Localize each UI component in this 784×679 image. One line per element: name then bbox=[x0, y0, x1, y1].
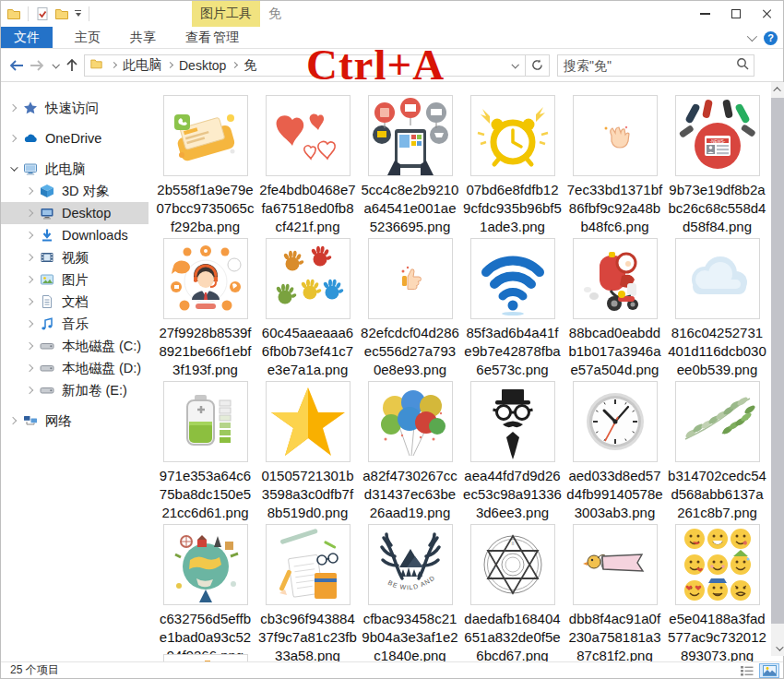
file-item[interactable]: 27f9928b8539f8921be66f1ebf3f193f.png bbox=[154, 238, 256, 381]
collapse-chevron-icon[interactable] bbox=[10, 163, 18, 171]
expand-chevron-icon[interactable] bbox=[9, 104, 17, 112]
hexagram-thumbnail[interactable]: II** bbox=[470, 524, 555, 605]
refresh-button[interactable] bbox=[525, 55, 549, 76]
file-item[interactable]: dbb8f4ac91a0f230a758181a387c81f2.png bbox=[564, 524, 666, 663]
banner-bird-thumbnail[interactable] bbox=[573, 524, 658, 605]
file-item[interactable]: 7ec33bd1371bf86fbf9c92a48bb48fc6.png bbox=[564, 95, 666, 238]
tab-0[interactable]: 主页 bbox=[60, 27, 115, 48]
vertical-scrollbar[interactable] bbox=[771, 82, 784, 656]
file-item[interactable]: 60c45aaeaaa66fb0b73ef41c7e3e7a1a.png bbox=[256, 238, 359, 381]
hipster-thumbnail[interactable] bbox=[470, 381, 555, 462]
maximize-button[interactable] bbox=[720, 1, 752, 27]
back-button[interactable] bbox=[8, 59, 25, 72]
file-item[interactable]: 816c04252731401d116dcb030ee0b539.png bbox=[666, 238, 768, 381]
tablet-hands-thumbnail[interactable] bbox=[368, 95, 453, 176]
customer-service-thumbnail[interactable] bbox=[163, 238, 248, 319]
breadcrumb-item-0[interactable]: 此电脑 bbox=[120, 57, 164, 74]
file-item[interactable]: aed033d8ed57d4fb99140578e3003ab3.png bbox=[564, 381, 666, 524]
news-mics-thumbnail[interactable]: -NEWS- bbox=[675, 95, 760, 176]
sidebar-item-drive-11[interactable]: 本地磁盘 (D:) bbox=[1, 357, 148, 379]
sidebar-item-quick-access-star[interactable]: 快速访问 bbox=[1, 97, 148, 119]
file-item[interactable]: 5cc4c8e2b9210a64541e001ae5236695.png bbox=[359, 95, 461, 238]
tab-file[interactable]: 文件 bbox=[1, 27, 53, 48]
sidebar-item-onedrive-cloud[interactable]: OneDrive bbox=[1, 127, 148, 149]
sidebar-item-network[interactable]: 网络 bbox=[1, 410, 148, 432]
sidebar-item-desktop-monitor[interactable]: Desktop bbox=[1, 202, 148, 224]
expand-chevron-icon[interactable] bbox=[26, 276, 33, 283]
wall-clock-thumbnail[interactable] bbox=[573, 381, 658, 462]
expand-ribbon-icon[interactable] bbox=[747, 31, 757, 42]
file-item[interactable]: aea44fd7d9d26ec53c98a913363d6ee3.png bbox=[461, 381, 564, 524]
breadcrumb-item-2[interactable]: 免 bbox=[241, 57, 259, 74]
file-item[interactable]: a82f4730267ccd31437ec63be26aad19.png bbox=[359, 381, 461, 524]
thumbs-up-thumbnail[interactable] bbox=[368, 238, 453, 319]
gold-star-thumbnail[interactable] bbox=[266, 381, 350, 462]
expand-chevron-icon[interactable] bbox=[26, 364, 33, 372]
recent-locations-icon[interactable] bbox=[52, 61, 59, 68]
expand-chevron-icon[interactable] bbox=[26, 387, 33, 394]
file-item[interactable]: b314702cedc54d568abb6137a261c8b7.png bbox=[666, 381, 768, 524]
cloud-thumbnail[interactable] bbox=[675, 238, 760, 319]
phone-illustration-thumbnail[interactable] bbox=[163, 95, 248, 176]
balloons-thumbnail[interactable] bbox=[368, 381, 453, 462]
hearts-thumbnail[interactable] bbox=[266, 95, 350, 176]
search-input[interactable] bbox=[558, 58, 736, 73]
wifi-thumbnail[interactable] bbox=[470, 238, 555, 319]
sidebar-item-documents[interactable]: 文档 bbox=[1, 291, 148, 313]
forward-button[interactable] bbox=[29, 59, 45, 72]
sidebar-item-pictures[interactable]: 图片 bbox=[1, 268, 148, 291]
file-item[interactable]: 2b558f1a9e79e07bcc9735065cf292ba.png bbox=[154, 95, 256, 238]
new-folder-icon[interactable] bbox=[54, 6, 69, 21]
sidebar-item-videos[interactable]: 视频 bbox=[1, 246, 148, 268]
emoji-grid-thumbnail[interactable] bbox=[675, 524, 760, 605]
expand-chevron-icon[interactable] bbox=[26, 298, 33, 305]
breadcrumb-item-1[interactable]: Desktop bbox=[176, 58, 229, 73]
file-item[interactable]: 82efcdcf04d286ec556d27a7930e8e93.png bbox=[359, 238, 461, 381]
scooter-rider-thumbnail[interactable] bbox=[573, 238, 658, 319]
file-item[interactable]: -NEWS-9b73e19df8b2abc26c68c558d4d58f84.p… bbox=[666, 95, 768, 238]
search-icon[interactable] bbox=[736, 57, 749, 74]
thumbnails-view-button[interactable] bbox=[759, 663, 779, 678]
sidebar-item-this-pc[interactable]: 此电脑 bbox=[1, 158, 148, 180]
properties-check-icon[interactable] bbox=[35, 6, 50, 21]
handprints-thumbnail[interactable] bbox=[266, 238, 350, 319]
file-item[interactable]: cb3c96f94388437f9c7a81c23fb33a58.png bbox=[256, 524, 359, 663]
waving-hand-thumbnail[interactable] bbox=[573, 95, 658, 176]
file-item[interactable]: II**daedafb168404651a832de0f5e6bcd67.png bbox=[461, 524, 564, 663]
expand-chevron-icon[interactable] bbox=[26, 209, 33, 217]
help-icon[interactable]: ? bbox=[764, 31, 778, 45]
file-item[interactable]: 88bcad0eabddb1b017a3946ae57a504d.png bbox=[564, 238, 666, 381]
sidebar-item-drive-12[interactable]: 新加卷 (E:) bbox=[1, 379, 148, 401]
expand-chevron-icon[interactable] bbox=[9, 135, 17, 142]
search-box[interactable] bbox=[557, 54, 754, 77]
scroll-down-icon[interactable] bbox=[771, 641, 784, 656]
file-item[interactable]: 2fe4bdb0468e7fa67518ed0fb8cf421f.png bbox=[256, 95, 359, 238]
leaves-thumbnail[interactable] bbox=[675, 381, 760, 462]
expand-chevron-icon[interactable] bbox=[26, 254, 33, 261]
file-item[interactable]: c632756d5effbe1bad0a93c5294f9266.png bbox=[154, 524, 256, 663]
expand-chevron-icon[interactable] bbox=[26, 232, 33, 239]
sidebar-item-drive-10[interactable]: 本地磁盘 (C:) bbox=[1, 335, 148, 357]
antlers-thumbnail[interactable]: BE WILD AND FREE bbox=[368, 524, 453, 605]
scrollbar-thumb[interactable] bbox=[771, 98, 784, 624]
minimize-button[interactable] bbox=[689, 1, 720, 27]
expand-chevron-icon[interactable] bbox=[9, 417, 17, 424]
file-item[interactable]: 971e353a64c675ba8dc150e521cc6d61.png bbox=[154, 381, 256, 524]
address-dropdown-button[interactable] bbox=[505, 55, 525, 76]
stationery-thumbnail[interactable] bbox=[266, 524, 350, 605]
scroll-up-icon[interactable] bbox=[771, 82, 784, 97]
customize-dropdown-icon[interactable] bbox=[74, 10, 82, 18]
file-item[interactable]: 07bd6e8fdfb129cfdc935b96bf51ade3.png bbox=[461, 95, 564, 238]
up-button[interactable] bbox=[65, 58, 78, 72]
alarm-clock-thumbnail[interactable] bbox=[470, 95, 555, 176]
expand-chevron-icon[interactable] bbox=[26, 342, 33, 350]
sidebar-item-cube-3d[interactable]: 3D 对象 bbox=[1, 180, 148, 202]
sidebar-item-music[interactable]: 音乐 bbox=[1, 313, 148, 335]
expand-chevron-icon[interactable] bbox=[26, 320, 33, 328]
tab-1[interactable]: 共享 bbox=[115, 27, 171, 48]
details-view-button[interactable] bbox=[737, 663, 757, 678]
close-button[interactable] bbox=[752, 1, 783, 27]
expand-chevron-icon[interactable] bbox=[26, 187, 33, 195]
file-item[interactable]: 85f3ad6b4a41fe9b7e42878fba6e573c.png bbox=[461, 238, 564, 381]
file-item[interactable]: BE WILD AND FREEcfbac93458c219b04a3e3af1… bbox=[359, 524, 461, 663]
